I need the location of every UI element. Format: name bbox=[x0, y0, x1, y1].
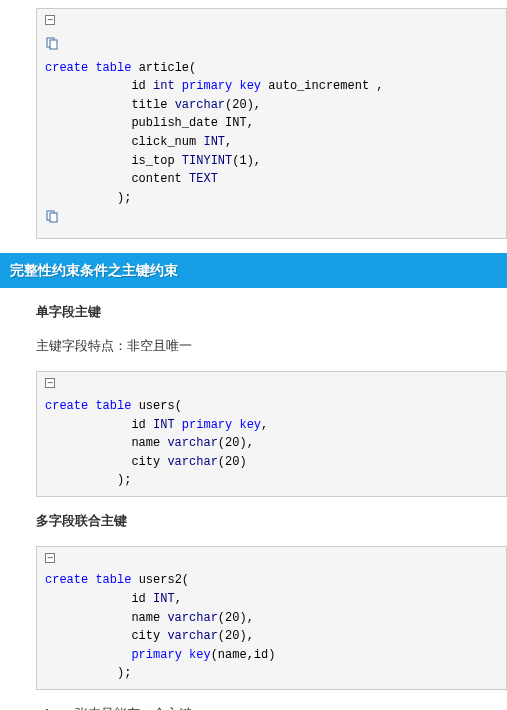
copy-icon[interactable] bbox=[45, 36, 59, 50]
code-content: create table users2( id INT, name varcha… bbox=[43, 571, 500, 683]
section-header-primary-key: 完整性约束条件之主键约束 bbox=[0, 253, 507, 287]
svg-rect-1 bbox=[50, 40, 57, 49]
paragraph-pk-feature: 主键字段特点：非空且唯一 bbox=[36, 336, 507, 357]
code-block-users: − create table users( id INT primary key… bbox=[36, 371, 507, 497]
note-1: <1> 一张表只能有一个主键 bbox=[36, 704, 507, 710]
code-block-article: − create table article( id int primary k… bbox=[36, 8, 507, 239]
code-block-users2: − create table users2( id INT, name varc… bbox=[36, 546, 507, 690]
collapse-icon[interactable]: − bbox=[45, 553, 55, 563]
collapse-icon[interactable]: − bbox=[45, 15, 55, 25]
heading-multi-field: 多字段联合主键 bbox=[36, 511, 507, 532]
heading-single-field: 单字段主键 bbox=[36, 302, 507, 323]
code-content: create table article( id int primary key… bbox=[43, 59, 500, 208]
copy-icon[interactable] bbox=[45, 209, 59, 223]
collapse-icon[interactable]: − bbox=[45, 378, 55, 388]
svg-rect-3 bbox=[50, 213, 57, 222]
code-content: create table users( id INT primary key, … bbox=[43, 397, 500, 490]
